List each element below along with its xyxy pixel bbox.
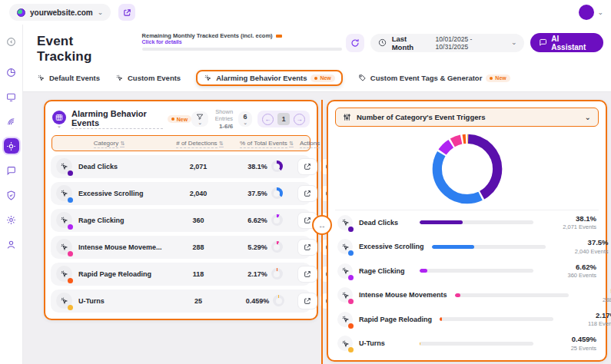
- date-range-picker[interactable]: Last Month 10/01/2025 - 10/31/2025 ⌄: [370, 34, 525, 52]
- legend-bar: [420, 269, 533, 273]
- table-type-selector[interactable]: ⌄: [52, 111, 66, 128]
- shown-entries: Shown Entries 1-6/6: [214, 108, 233, 131]
- chevron-down-icon[interactable]: ⌄: [597, 9, 603, 16]
- chart-metric-selector[interactable]: Number of Category's Event Triggers ⌄: [335, 108, 599, 127]
- page-header: Event Tracking Remaining Monthly Tracked…: [23, 25, 611, 66]
- ai-assistant-button[interactable]: AI Assistant: [530, 33, 603, 52]
- cursor-click-icon: [60, 189, 68, 197]
- pct-ring: [271, 160, 283, 172]
- table-row[interactable]: Dead Clicks 2,071 38.1%: [51, 155, 311, 178]
- legend-item[interactable]: Intense Mouse Movements 5.29%288 Events: [335, 283, 599, 308]
- page-title: Event Tracking: [37, 31, 131, 65]
- monitor-icon: [6, 92, 16, 102]
- table-row[interactable]: Intense Mouse Moveme... 288 5.29%: [51, 236, 311, 259]
- tag-icon: [358, 74, 367, 82]
- pagination: ← 1 →: [257, 111, 310, 127]
- site-name: yourwebsite.com: [30, 8, 93, 17]
- column-pct[interactable]: % of Total Events ⇅: [234, 140, 300, 147]
- tab-default-events[interactable]: Default Events: [37, 74, 100, 82]
- usage-progress-bar: [142, 48, 342, 51]
- site-logo-icon: [17, 8, 25, 17]
- open-details-button[interactable]: [298, 293, 317, 309]
- sidebar-item-event-tracking[interactable]: [4, 138, 19, 154]
- sidebar-item-dashboard[interactable]: [4, 89, 19, 104]
- gear-icon: [6, 215, 16, 225]
- cursor-click-icon: [60, 270, 68, 278]
- sidebar-item-account[interactable]: [4, 237, 19, 252]
- tab-label: Default Events: [49, 74, 100, 82]
- category-color-dot: [68, 197, 73, 203]
- cursor-click-icon: [60, 216, 68, 224]
- collapse-icon: [6, 37, 16, 47]
- wave-icon: [6, 117, 16, 127]
- sidebar-item-settings[interactable]: [4, 212, 19, 227]
- sidebar-item-analytics[interactable]: [4, 65, 19, 80]
- column-detections[interactable]: # of Detections ⇅: [166, 140, 234, 147]
- chat-icon: [6, 166, 16, 176]
- sort-icon: ⇅: [289, 141, 294, 147]
- clock-icon: [378, 38, 387, 47]
- category-color-dot: [348, 299, 354, 304]
- tab-alarming-behavior-events[interactable]: Alarming Behavior Events New: [196, 70, 343, 86]
- open-details-button[interactable]: [298, 266, 317, 282]
- legend-bar: [420, 342, 533, 346]
- cursor-click-icon: [341, 339, 350, 348]
- sidebar-item-recordings[interactable]: [4, 114, 19, 129]
- column-actions: Actions: [300, 140, 320, 147]
- cursor-click-icon: [341, 243, 350, 251]
- tab-custom-event-tags-generator[interactable]: Custom Event Tags & Generator New: [358, 74, 510, 82]
- shield-check-icon: [6, 190, 16, 200]
- external-link-icon: [123, 8, 131, 17]
- chevron-down-icon: ⌄: [243, 120, 247, 125]
- legend-item[interactable]: Rapid Page Reloading 2.17%118 Events: [335, 307, 599, 332]
- category-color-dot: [68, 278, 73, 283]
- cursor-click-icon: [60, 162, 68, 170]
- prev-page-button[interactable]: ←: [262, 114, 274, 125]
- cursor-click-icon: [115, 74, 124, 82]
- filter-button[interactable]: ⌄: [191, 111, 208, 127]
- panel-resize-handle[interactable]: ↔: [312, 215, 332, 235]
- legend-item[interactable]: Excessive Scrolling 37.5%2,040 Events: [335, 235, 599, 260]
- chevron-down-icon: ⌄: [198, 120, 202, 125]
- legend-bar: [455, 293, 569, 297]
- chart-panel: Number of Category's Event Triggers ⌄ De…: [327, 100, 607, 362]
- current-page[interactable]: 1: [277, 113, 290, 125]
- external-link-icon: [304, 217, 311, 224]
- cursor-click-icon: [341, 218, 350, 227]
- pct-ring: [271, 214, 283, 226]
- category-color-dot: [68, 224, 73, 230]
- sidebar-item-feedback[interactable]: [4, 163, 19, 178]
- badge-dot-icon: [314, 77, 317, 80]
- tab-label: Custom Event Tags & Generator: [370, 74, 483, 82]
- open-details-button[interactable]: [298, 159, 317, 174]
- donut-chart: [335, 127, 599, 208]
- legend-bar: [440, 317, 553, 321]
- sidebar-item-privacy[interactable]: [4, 187, 19, 203]
- table-row[interactable]: Excessive Scrolling 2,040 37.5%: [51, 182, 311, 205]
- next-page-button[interactable]: →: [294, 114, 305, 125]
- open-details-button[interactable]: [298, 240, 317, 255]
- legend-item[interactable]: U-Turns 0.459%25 Events: [335, 332, 599, 356]
- user-avatar[interactable]: [579, 5, 594, 20]
- table-row[interactable]: Rage Clicking 360 6.62%: [51, 209, 311, 232]
- sidebar-collapse-button[interactable]: [4, 34, 19, 49]
- chevron-down-icon: ⌄: [585, 114, 591, 121]
- open-site-button[interactable]: [118, 4, 135, 21]
- category-color-dot: [68, 170, 73, 176]
- chevron-down-icon: ⌄: [98, 9, 104, 16]
- page-size-selector[interactable]: 6 ⌄: [238, 111, 252, 127]
- legend-item[interactable]: Dead Clicks 38.1%2,071 Events: [335, 210, 599, 235]
- table-row[interactable]: U-Turns 25 0.459%: [51, 290, 311, 313]
- user-icon: [6, 240, 16, 250]
- cursor-click-icon: [37, 74, 45, 82]
- category-color-dot: [348, 275, 354, 280]
- tab-custom-events[interactable]: Custom Events: [115, 74, 181, 82]
- website-selector[interactable]: yourwebsite.com ⌄: [9, 4, 111, 21]
- column-category[interactable]: Category ⇅: [52, 140, 166, 147]
- open-details-button[interactable]: [298, 186, 317, 201]
- usage-details-link[interactable]: Click for details: [142, 39, 346, 45]
- refresh-button[interactable]: [346, 34, 364, 52]
- table-row[interactable]: Rapid Page Reloading 118 2.17%: [51, 263, 311, 286]
- usage-label: Remaining Monthly Tracked Events (incl. …: [142, 32, 273, 39]
- legend-item[interactable]: Rage Clicking 6.62%360 Events: [335, 259, 599, 283]
